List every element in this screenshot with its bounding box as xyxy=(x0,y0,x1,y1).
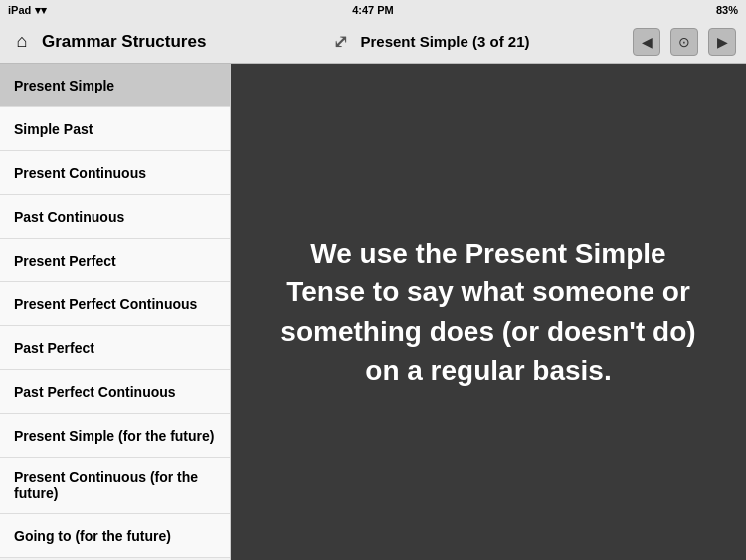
content-title: Present Simple (3 of 21) xyxy=(360,33,529,50)
battery-label: 83% xyxy=(716,4,738,16)
nav-center-section: ⤢ Present Simple (3 of 21) xyxy=(231,31,633,53)
sidebar-item[interactable]: Past Continuous xyxy=(0,195,230,239)
prev-icon: ◀ xyxy=(642,34,653,50)
sidebar: Present SimpleSimple PastPresent Continu… xyxy=(0,64,231,560)
sidebar-item[interactable]: Present Perfect xyxy=(0,239,230,282)
wifi-icon: ▾▾ xyxy=(35,4,47,17)
main-layout: Present SimpleSimple PastPresent Continu… xyxy=(0,64,746,560)
home-icon: ⌂ xyxy=(17,31,28,52)
sidebar-item[interactable]: Simple Past xyxy=(0,107,230,151)
sidebar-item[interactable]: Past Perfect Continuous xyxy=(0,370,230,414)
status-right: 83% xyxy=(716,4,738,16)
device-label: iPad xyxy=(8,4,31,16)
prev-button[interactable]: ◀ xyxy=(633,28,660,56)
home-button[interactable]: ⌂ xyxy=(10,30,34,54)
nav-left-section: ⌂ Grammar Structures xyxy=(0,30,231,54)
next-icon: ▶ xyxy=(717,34,728,50)
nav-bar: ⌂ Grammar Structures ⤢ Present Simple (3… xyxy=(0,20,746,64)
sidebar-item[interactable]: Present Continuous xyxy=(0,151,230,195)
next-button[interactable]: ▶ xyxy=(708,28,736,56)
status-time: 4:47 PM xyxy=(352,4,394,16)
sidebar-item[interactable]: Present Continuous (for the future) xyxy=(0,458,230,514)
status-left: iPad ▾▾ xyxy=(8,4,47,17)
sidebar-item[interactable]: Past Perfect xyxy=(0,326,230,370)
nav-right-section: ◀ ⊙ ▶ xyxy=(633,28,746,56)
expand-button[interactable]: ⤢ xyxy=(333,31,348,53)
content-text: We use the Present Simple Tense to say w… xyxy=(271,234,706,390)
share-icon: ⊙ xyxy=(678,34,690,50)
content-area: We use the Present Simple Tense to say w… xyxy=(231,64,746,560)
sidebar-title: Grammar Structures xyxy=(42,32,206,52)
sidebar-item[interactable]: Going to (for the future) xyxy=(0,514,230,558)
sidebar-item[interactable]: Present Simple (for the future) xyxy=(0,414,230,458)
status-bar: iPad ▾▾ 4:47 PM 83% xyxy=(0,0,746,20)
sidebar-item[interactable]: Present Perfect Continuous xyxy=(0,282,230,326)
share-button[interactable]: ⊙ xyxy=(670,28,698,56)
sidebar-item[interactable]: Present Simple xyxy=(0,64,230,107)
